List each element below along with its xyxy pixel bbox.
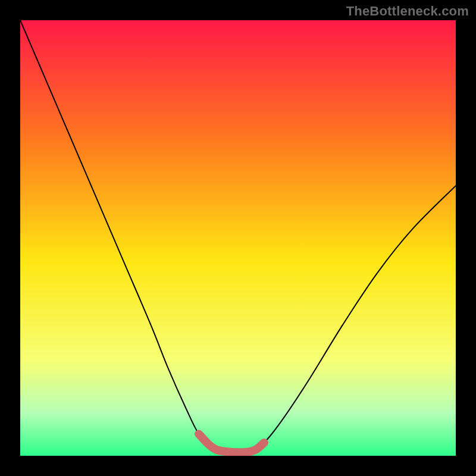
highlight-segment [199, 434, 264, 452]
chart-canvas: TheBottleneck.com [0, 0, 476, 476]
curve-layer [20, 20, 456, 456]
bottleneck-curve [20, 20, 456, 452]
watermark-text: TheBottleneck.com [346, 4, 469, 19]
plot-area [20, 20, 456, 456]
